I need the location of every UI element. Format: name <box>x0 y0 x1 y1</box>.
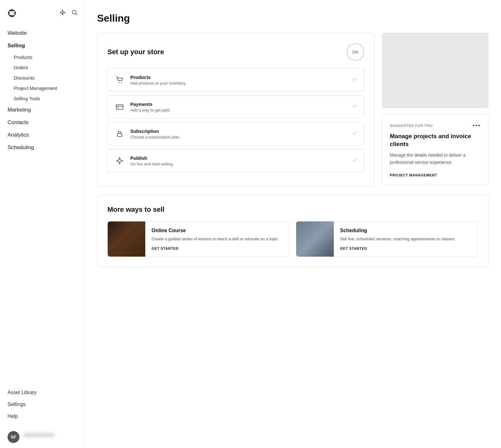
sidebar-bottom: Asset Library Settings Help SF <box>0 387 84 448</box>
setup-item-products-title: Products <box>130 75 347 80</box>
setup-item-publish-desc: Go live and start selling. <box>130 162 347 166</box>
sidebar-sub-selling-tools[interactable]: Selling Tools <box>0 93 84 104</box>
hero-image-placeholder <box>382 33 488 108</box>
setup-card: Set up your store 0% Products Add produc… <box>97 33 374 186</box>
sidebar-item-analytics[interactable]: Analytics <box>0 129 84 141</box>
logo[interactable] <box>6 8 18 19</box>
setup-item-payments-desc: Add a way to get paid. <box>130 108 347 112</box>
user-name-blurred <box>23 433 54 438</box>
search-icon[interactable] <box>71 9 78 17</box>
sidebar-sub-orders[interactable]: Orders <box>0 62 84 73</box>
suggested-title: Manage projects and invoice clients <box>390 133 481 148</box>
page-title: Selling <box>97 13 488 24</box>
suggested-desc: Manage the details needed to deliver a p… <box>390 152 481 166</box>
publish-sparkle-icon <box>114 155 125 166</box>
sidebar: Website Selling Products Orders Discount… <box>0 0 85 448</box>
lock-icon <box>114 128 125 139</box>
online-course-content: Online Course Create a guided series of … <box>145 221 284 257</box>
sidebar-top-icons <box>59 9 78 17</box>
suggested-link[interactable]: PROJECT MANAGEMENT <box>390 173 437 177</box>
more-ways-grid: Online Course Create a guided series of … <box>107 221 478 257</box>
scheduling-image <box>296 221 334 257</box>
more-ways-title: More ways to sell <box>107 206 478 214</box>
setup-item-products-desc: Add products to your inventory. <box>130 81 347 86</box>
progress-circle: 0% <box>347 43 364 61</box>
dots-menu-button[interactable]: ••• <box>473 122 481 129</box>
sidebar-header <box>0 0 84 24</box>
products-check-icon <box>352 76 358 83</box>
online-course-title: Online Course <box>152 228 278 233</box>
sidebar-settings[interactable]: Settings <box>0 399 84 410</box>
more-card-scheduling[interactable]: Scheduling Sell live, scheduled services… <box>296 221 478 257</box>
svg-point-3 <box>121 82 122 83</box>
sidebar-nav: Website Selling Products Orders Discount… <box>0 24 84 387</box>
cart-icon <box>114 74 125 86</box>
sidebar-item-scheduling[interactable]: Scheduling <box>0 141 84 154</box>
setup-card-header: Set up your store 0% <box>107 43 364 61</box>
main-content: Selling Set up your store 0% Products <box>85 0 501 448</box>
more-ways-section: More ways to sell Online Course Create a… <box>97 195 488 267</box>
svg-rect-7 <box>117 133 122 137</box>
scheduling-title: Scheduling <box>340 228 455 233</box>
payments-check-icon <box>352 103 358 110</box>
scheduling-cta[interactable]: GET STARTED <box>340 247 455 250</box>
setup-item-publish-title: Publish <box>130 155 347 161</box>
online-course-image <box>108 221 145 257</box>
user-avatar[interactable]: SF <box>8 431 19 443</box>
subscription-check-icon <box>352 130 358 137</box>
svg-point-0 <box>72 10 76 14</box>
more-card-online-course[interactable]: Online Course Create a guided series of … <box>107 221 290 257</box>
suggested-label: SUGGESTED FOR YOU ••• <box>390 122 481 129</box>
setup-card-title: Set up your store <box>107 48 164 56</box>
setup-item-payments-text: Payments Add a way to get paid. <box>130 102 347 112</box>
sidebar-sub-project-management[interactable]: Project Management <box>0 83 84 93</box>
suggested-card: SUGGESTED FOR YOU ••• Manage projects an… <box>382 114 488 185</box>
sidebar-item-contacts[interactable]: Contacts <box>0 116 84 129</box>
setup-item-products[interactable]: Products Add products to your inventory. <box>107 68 364 91</box>
sidebar-sub-products[interactable]: Products <box>0 52 84 62</box>
setup-item-publish[interactable]: Publish Go live and start selling. <box>107 149 364 172</box>
online-course-cta[interactable]: GET STARTED <box>152 247 278 250</box>
content-grid: Set up your store 0% Products Add produc… <box>97 33 488 186</box>
payment-icon <box>114 101 125 112</box>
publish-check-icon <box>352 157 358 164</box>
suggested-for-you-text: SUGGESTED FOR YOU <box>390 124 433 128</box>
sidebar-sub-discounts[interactable]: Discounts <box>0 73 84 83</box>
setup-item-subscription[interactable]: Subscription Choose a subscription plan. <box>107 122 364 145</box>
sidebar-asset-library[interactable]: Asset Library <box>0 387 84 399</box>
setup-item-subscription-text: Subscription Choose a subscription plan. <box>130 128 347 139</box>
sidebar-item-marketing[interactable]: Marketing <box>0 104 84 116</box>
setup-item-subscription-title: Subscription <box>130 128 347 134</box>
right-column: SUGGESTED FOR YOU ••• Manage projects an… <box>382 33 488 186</box>
sparkle-icon[interactable] <box>59 9 66 17</box>
svg-line-1 <box>76 14 77 15</box>
svg-point-2 <box>119 82 120 83</box>
scheduling-desc: Sell live, scheduled services, coaching … <box>340 236 455 242</box>
setup-item-subscription-desc: Choose a subscription plan. <box>130 135 347 139</box>
online-course-desc: Create a guided series of lessons to tea… <box>152 236 278 242</box>
scheduling-content: Scheduling Sell live, scheduled services… <box>334 221 461 257</box>
setup-item-publish-text: Publish Go live and start selling. <box>130 155 347 166</box>
sidebar-user-area: SF <box>0 422 84 448</box>
svg-rect-4 <box>116 105 123 109</box>
sidebar-help[interactable]: Help <box>0 410 84 422</box>
sidebar-item-selling[interactable]: Selling <box>0 39 84 52</box>
setup-item-payments-title: Payments <box>130 102 347 107</box>
sidebar-item-website[interactable]: Website <box>0 27 84 39</box>
setup-item-products-text: Products Add products to your inventory. <box>130 75 347 86</box>
setup-item-payments[interactable]: Payments Add a way to get paid. <box>107 95 364 118</box>
